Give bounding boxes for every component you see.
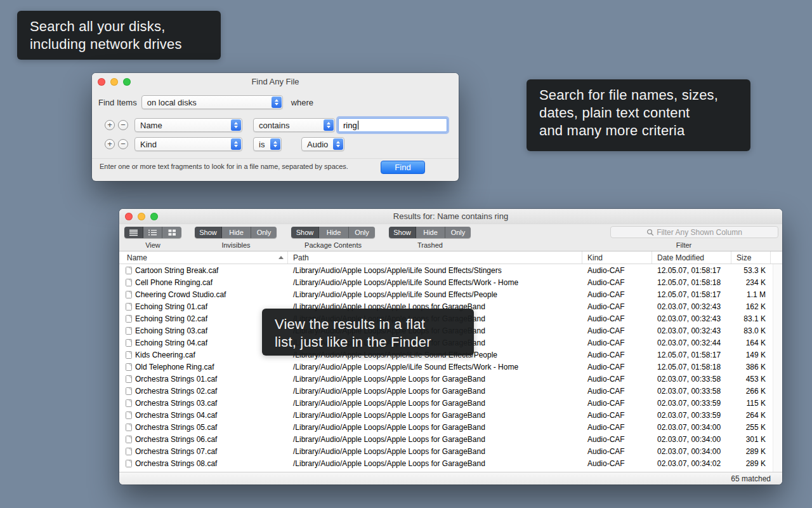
close-button[interactable] [98, 78, 105, 86]
table-row[interactable]: Orchestra Strings 04.caf /Library/Audio/… [119, 409, 782, 421]
table-row[interactable]: Orchestra Strings 07.caf /Library/Audio/… [119, 445, 782, 457]
column-header-name[interactable]: Name [119, 251, 288, 264]
file-name: Orchestra Strings 06.caf [135, 435, 217, 444]
column-header-kind[interactable]: Kind [582, 251, 652, 264]
file-kind-cell: Audio-CAF [582, 300, 652, 312]
column-header-date-label: Date Modified [657, 253, 704, 262]
kind-value-popup[interactable]: Audio [301, 137, 344, 151]
column-header-size-label: Size [737, 253, 751, 262]
table-row[interactable]: Cartoon String Break.caf /Library/Audio/… [119, 264, 782, 276]
results-window-titlebar[interactable]: Results for: Name contains ring [119, 209, 782, 224]
filter-input[interactable]: Filter Any Shown Column [610, 226, 778, 238]
field-popup[interactable]: Name [134, 118, 242, 132]
scope-popup[interactable]: on local disks [141, 95, 283, 109]
file-kind-cell: Audio-CAF [582, 385, 652, 397]
hierarchical-list-view-button[interactable] [143, 227, 162, 238]
add-criterion-button[interactable]: + [105, 120, 115, 130]
trashed-show-button[interactable]: Show [389, 227, 416, 238]
file-name: Echoing String 02.caf [135, 314, 207, 323]
file-kind-cell: Audio-CAF [582, 433, 652, 445]
minimize-button[interactable] [110, 78, 118, 86]
document-icon [126, 291, 132, 298]
remove-criterion-button[interactable]: − [118, 120, 128, 130]
file-kind-cell: Audio-CAF [582, 397, 652, 409]
filter-placeholder: Filter Any Shown Column [657, 228, 742, 237]
add-criterion-button[interactable]: + [105, 139, 115, 149]
file-name: Orchestra Strings 04.caf [135, 411, 217, 420]
column-header-size[interactable]: Size [731, 251, 771, 264]
column-header-kind-label: Kind [587, 253, 603, 262]
invisibles-show-button[interactable]: Show [195, 227, 222, 238]
trashed-hide-button[interactable]: Hide [416, 227, 445, 238]
status-bar: 65 matched [119, 472, 782, 485]
document-icon [126, 460, 132, 467]
file-path-cell: /Library/Audio/Apple Loops/Apple Loops f… [288, 409, 582, 421]
find-window-titlebar[interactable]: Find Any File [92, 73, 459, 90]
package-contents-show-button[interactable]: Show [291, 227, 319, 238]
vertical-scrollbar[interactable] [773, 264, 782, 472]
file-path-cell: /Library/Audio/Apple Loops/Apple/iLife S… [288, 361, 582, 373]
package-contents-hide-button[interactable]: Hide [319, 227, 349, 238]
callout-search-disks: Search all your disks, including network… [17, 11, 221, 60]
file-date-modified-cell: 02.03.07, 00:32:44 [652, 337, 731, 349]
file-date-modified-cell: 12.05.07, 01:58:17 [652, 349, 731, 361]
invisibles-only-button[interactable]: Only [251, 227, 277, 238]
document-icon [126, 436, 132, 443]
results-table-body: Cartoon String Break.caf /Library/Audio/… [119, 264, 782, 472]
minimize-button[interactable] [138, 213, 145, 220]
file-name: Orchestra Strings 01.caf [135, 375, 217, 384]
window-controls [98, 78, 131, 86]
document-icon [126, 424, 132, 431]
file-name: Orchestra Strings 02.caf [135, 387, 217, 396]
close-button[interactable] [125, 213, 133, 220]
hierarchical-list-view-icon [148, 229, 157, 236]
package-contents-only-button[interactable]: Only [349, 227, 375, 238]
table-row[interactable]: Orchestra Strings 08.caf /Library/Audio/… [119, 457, 782, 469]
column-header-path[interactable]: Path [288, 251, 582, 264]
table-row[interactable]: Cell Phone Ringing.caf /Library/Audio/Ap… [119, 276, 782, 288]
chevron-up-down-icon [231, 138, 241, 150]
grid-view-button[interactable] [162, 227, 181, 238]
file-size-cell: 266 K [731, 385, 771, 397]
document-icon [126, 363, 132, 371]
table-row[interactable]: Orchestra Strings 05.caf /Library/Audio/… [119, 421, 782, 433]
table-row[interactable]: Cheering Crowd Studio.caf /Library/Audio… [119, 288, 782, 300]
view-label: View [145, 241, 160, 249]
file-name: Old Telephone Ring.caf [135, 363, 214, 371]
file-date-modified-cell: 02.03.07, 00:33:58 [652, 385, 731, 397]
search-term-input[interactable]: ring [338, 118, 447, 132]
remove-criterion-button[interactable]: − [118, 139, 128, 149]
file-name: Echoing String 04.caf [135, 338, 207, 347]
chevron-up-down-icon [270, 138, 280, 150]
chevron-up-down-icon [324, 119, 334, 131]
operator-popup[interactable]: is [253, 137, 282, 151]
zoom-button[interactable] [150, 213, 158, 220]
window-title: Find Any File [251, 77, 299, 86]
file-date-modified-cell: 02.03.07, 00:32:43 [652, 312, 731, 324]
table-row[interactable]: Orchestra Strings 03.caf /Library/Audio/… [119, 397, 782, 409]
file-size-cell: 83.1 K [731, 312, 771, 324]
document-icon [126, 387, 132, 395]
invisibles-hide-button[interactable]: Hide [222, 227, 251, 238]
operator-popup[interactable]: contains [253, 118, 335, 132]
list-view-button[interactable] [124, 227, 143, 238]
file-size-cell: 453 K [731, 373, 771, 385]
file-date-modified-cell: 02.03.07, 00:34:00 [652, 421, 731, 433]
table-row[interactable]: Orchestra Strings 01.caf /Library/Audio/… [119, 373, 782, 385]
trashed-only-button[interactable]: Only [445, 227, 471, 238]
search-icon [646, 229, 654, 236]
document-icon [126, 351, 132, 359]
zoom-button[interactable] [123, 78, 131, 86]
table-row[interactable]: Old Telephone Ring.caf /Library/Audio/Ap… [119, 361, 782, 373]
operator-popup-value: is [259, 140, 265, 149]
table-row[interactable]: Orchestra Strings 06.caf /Library/Audio/… [119, 433, 782, 445]
match-count: 65 matched [731, 474, 771, 483]
find-button[interactable]: Find [381, 161, 425, 174]
file-size-cell: 255 K [731, 421, 771, 433]
field-popup[interactable]: Kind [134, 137, 242, 151]
column-header-date-modified[interactable]: Date Modified [652, 251, 731, 264]
file-date-modified-cell: 12.05.07, 01:58:17 [652, 264, 731, 276]
file-kind-cell: Audio-CAF [582, 457, 652, 469]
file-path-cell: /Library/Audio/Apple Loops/Apple Loops f… [288, 457, 582, 469]
table-row[interactable]: Orchestra Strings 02.caf /Library/Audio/… [119, 385, 782, 397]
